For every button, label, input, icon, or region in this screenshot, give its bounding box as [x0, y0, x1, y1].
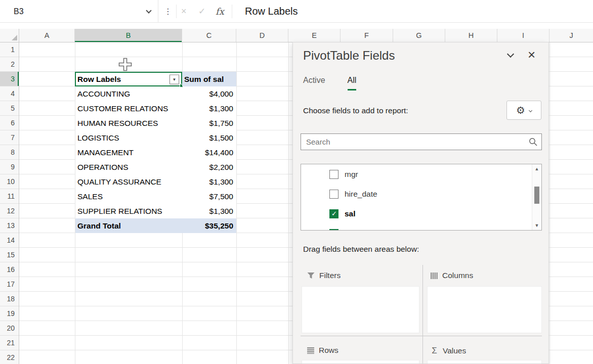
column-header[interactable]: I [497, 29, 549, 42]
pivot-row-label[interactable]: CUSTOMER RELATIONS [75, 101, 182, 116]
cell-C3[interactable]: Sum of sal [182, 72, 236, 86]
pivot-row-label[interactable]: QUALITY ASSURANCE [75, 174, 182, 189]
filters-drop-area[interactable] [302, 286, 419, 333]
pivot-data-rows: ACCOUNTING $4,000 CUSTOMER RELATIONS $1,… [75, 86, 236, 218]
row-header[interactable]: 5 [0, 101, 19, 116]
column-header[interactable]: G [393, 29, 445, 42]
pivot-row: LOGISTICS $1,500 [75, 130, 236, 145]
grand-total-row[interactable]: Grand Total $35,250 [75, 218, 236, 233]
filter-dropdown-button[interactable]: ▼ [170, 74, 179, 84]
field-checkbox[interactable] [329, 170, 338, 179]
row-header[interactable]: 1 [0, 42, 19, 57]
selected-cell-B3[interactable]: Row Labels ▼ [75, 72, 182, 86]
field-item[interactable]: mgr [301, 164, 541, 184]
formula-input[interactable]: Row Labels [245, 0, 298, 23]
cell-text: Sum of sal [184, 75, 224, 84]
cancel-icon[interactable]: × [181, 0, 187, 23]
pivot-row-label[interactable]: SALES [75, 189, 182, 204]
enter-icon[interactable]: ✓ [198, 0, 205, 23]
column-header[interactable]: H [445, 29, 497, 42]
search-input[interactable] [301, 138, 524, 146]
column-header[interactable]: C [182, 29, 236, 42]
row-header[interactable]: 9 [0, 160, 19, 174]
cell-text: Row Labels [77, 75, 121, 84]
gear-icon: ⚙ [516, 105, 525, 115]
pane-close-button[interactable]: × [528, 47, 535, 63]
row-header[interactable]: 2 [0, 57, 19, 72]
rows-label-text: Rows [319, 346, 338, 355]
more-options-icon[interactable]: ⋮ [164, 0, 172, 23]
field-list: mgr hire_date sal ▲ [301, 164, 542, 231]
column-header[interactable]: D [236, 29, 288, 42]
pivot-row-value[interactable]: $1,300 [182, 204, 236, 218]
field-item[interactable]: sal [301, 204, 541, 223]
row-header[interactable]: 10 [0, 174, 19, 189]
row-header[interactable]: 6 [0, 116, 19, 130]
pivot-row-label[interactable]: MANAGEMENT [75, 145, 182, 160]
column-header[interactable]: J [549, 29, 593, 42]
row-header[interactable]: 19 [0, 306, 19, 321]
pivot-row-value[interactable]: $1,300 [182, 101, 236, 116]
pivot-row-label[interactable]: SUPPLIER RELATIONS [75, 204, 182, 218]
pivot-row-value[interactable]: $1,750 [182, 116, 236, 130]
pivot-row-value[interactable]: $2,200 [182, 160, 236, 174]
pivot-row-label[interactable]: LOGISTICS [75, 130, 182, 145]
column-header[interactable]: E [288, 29, 341, 42]
filters-area-label: Filters [307, 271, 341, 280]
column-header[interactable]: F [341, 29, 393, 42]
insert-function-icon[interactable]: fx [216, 0, 224, 23]
scroll-up-icon[interactable]: ▲ [532, 166, 541, 171]
pivot-row-value[interactable]: $14,400 [182, 145, 236, 160]
row-header[interactable]: 16 [0, 262, 19, 277]
scrollbar-thumb[interactable] [534, 187, 539, 204]
pivot-row-value[interactable]: $1,300 [182, 174, 236, 189]
select-all-button[interactable] [0, 29, 19, 42]
pane-tab[interactable]: Active [303, 76, 325, 90]
search-icon[interactable] [524, 138, 541, 146]
row-header[interactable]: 7 [0, 130, 19, 145]
pane-collapse-button[interactable] [504, 52, 517, 64]
tools-button[interactable]: ⚙ [506, 101, 541, 120]
values-drop-area[interactable] [427, 360, 542, 364]
row-header[interactable]: 3 [0, 72, 19, 86]
pivot-row-label[interactable]: HUMAN RESOURCES [75, 116, 182, 130]
separator [176, 5, 177, 18]
row-header[interactable]: 21 [0, 336, 19, 350]
pivot-row-value[interactable]: $4,000 [182, 86, 236, 101]
columns-drop-area[interactable] [427, 286, 542, 333]
pivot-row-label[interactable]: OPERATIONS [75, 160, 182, 174]
row-header[interactable]: 17 [0, 277, 19, 292]
grand-total-label: Grand Total [75, 218, 182, 233]
row-header[interactable]: 13 [0, 218, 19, 233]
field-checkbox[interactable] [329, 190, 338, 199]
pivot-row-label[interactable]: ACCOUNTING [75, 86, 182, 101]
name-box[interactable]: B3 [0, 0, 158, 23]
row-header[interactable]: 4 [0, 86, 19, 101]
field-item[interactable] [301, 223, 541, 231]
chevron-down-icon[interactable] [146, 8, 151, 13]
separator [232, 5, 232, 18]
field-checkbox[interactable] [329, 229, 338, 231]
pivot-row-value[interactable]: $1,500 [182, 130, 236, 145]
gridline [288, 42, 289, 364]
column-header[interactable]: B [75, 29, 182, 42]
column-header[interactable]: A [19, 29, 75, 42]
field-list-scrollbar[interactable]: ▲ ▼ [532, 164, 541, 230]
gridline [549, 42, 550, 364]
pivot-row-value[interactable]: $7,500 [182, 189, 236, 204]
row-header[interactable]: 12 [0, 204, 19, 218]
row-header[interactable]: 15 [0, 248, 19, 262]
gridline [236, 42, 237, 364]
scroll-down-icon[interactable]: ▼ [532, 223, 541, 228]
row-header[interactable]: 14 [0, 233, 19, 248]
row-header[interactable]: 20 [0, 321, 19, 336]
row-header[interactable]: 11 [0, 189, 19, 204]
field-item[interactable]: hire_date [301, 184, 541, 204]
row-header[interactable]: 22 [0, 350, 19, 364]
pane-tab[interactable]: All [348, 76, 357, 90]
row-header[interactable]: 8 [0, 145, 19, 160]
field-checkbox[interactable] [329, 209, 338, 218]
row-header[interactable]: 18 [0, 292, 19, 306]
name-box-value: B3 [0, 7, 24, 16]
rows-drop-area[interactable] [302, 360, 419, 364]
